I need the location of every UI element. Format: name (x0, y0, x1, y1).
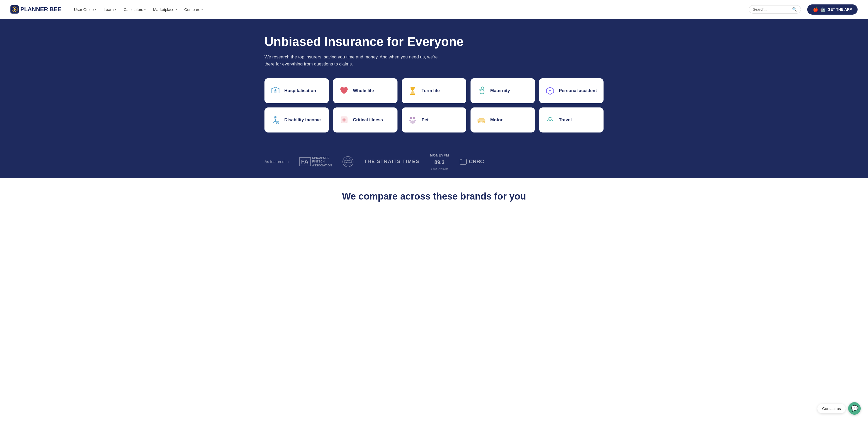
card-travel-label: Travel (559, 117, 572, 123)
featured-logos: FA SINGAPOREFINTECHASSOCIATION FINEST AW… (299, 153, 484, 170)
card-whole-life-label: Whole life (353, 88, 374, 93)
logo-award: FINEST AWARD (342, 156, 354, 168)
nav-marketplace[interactable]: Marketplace ▾ (150, 5, 180, 14)
get-app-label: GET THE APP (828, 7, 852, 11)
card-travel[interactable]: Travel (539, 108, 603, 132)
motor-icon (476, 115, 487, 125)
chevron-down-icon: ▾ (95, 8, 96, 11)
svg-point-13 (274, 116, 276, 118)
card-motor-label: Motor (490, 117, 503, 123)
featured-label: As featured in (265, 159, 289, 164)
card-critical-illness-label: Critical illness (353, 117, 383, 123)
nav-learn[interactable]: Learn ▾ (100, 5, 119, 14)
card-motor[interactable]: Motor (470, 108, 535, 132)
chevron-down-icon: ▾ (202, 8, 203, 11)
svg-point-22 (414, 120, 416, 121)
svg-point-29 (479, 122, 480, 123)
logo[interactable]: PLANNERBEE (10, 5, 62, 13)
logo-straits-times: THE STRAITS TIMES (364, 159, 420, 164)
logo-planner-text: PLANNER (20, 6, 48, 13)
svg-point-23 (410, 120, 415, 124)
logo-bee-text: BEE (50, 6, 61, 13)
disability-icon (270, 115, 281, 125)
svg-point-10 (481, 87, 484, 89)
cnbc-text: CNBC (469, 158, 484, 164)
moneyfm-number: 89.3 (435, 159, 445, 165)
svg-text:AWARD: AWARD (345, 161, 351, 163)
svg-point-21 (409, 120, 411, 121)
card-maternity-label: Maternity (490, 88, 510, 93)
card-hospitalisation-label: Hospitalisation (284, 88, 316, 93)
card-pet[interactable]: Pet (402, 108, 466, 132)
straits-times-text: THE STRAITS TIMES (364, 159, 420, 164)
sfa-text: SINGAPOREFINTECHASSOCIATION (312, 156, 332, 167)
svg-point-2 (13, 8, 16, 10)
android-icon: 🤖 (820, 7, 826, 12)
chevron-down-icon: ▾ (115, 8, 116, 11)
logo-cnbc: CNBC (460, 158, 484, 165)
svg-text:Y: Y (549, 89, 551, 93)
search-icon: 🔍 (792, 7, 797, 12)
apple-icon: 🍎 (813, 7, 818, 12)
nav-calculators[interactable]: Calculators ▾ (121, 5, 149, 14)
svg-point-30 (483, 122, 484, 123)
hero-subtext: We research the top insurers, saving you… (265, 54, 442, 67)
svg-text:FINEST: FINEST (345, 159, 351, 161)
card-disability-income[interactable]: Disability income (265, 108, 329, 132)
get-app-button[interactable]: 🍎 🤖 GET THE APP (807, 4, 858, 14)
hourglass-icon (407, 86, 418, 96)
card-hospitalisation[interactable]: Hospitalisation (265, 78, 329, 103)
card-disability-income-label: Disability income (284, 117, 321, 123)
travel-icon (545, 115, 555, 125)
svg-rect-26 (479, 118, 484, 119)
pet-icon (407, 115, 418, 125)
card-whole-life[interactable]: Whole life (333, 78, 398, 103)
nav-user-guide[interactable]: User Guide ▾ (71, 5, 100, 14)
hero-headline: Unbiased Insurance for Everyone (265, 34, 603, 49)
search-bar: 🔍 (749, 5, 801, 13)
svg-point-20 (413, 117, 415, 119)
maternity-icon (476, 86, 487, 96)
nav-links: User Guide ▾ Learn ▾ Calculators ▾ Marke… (71, 5, 749, 14)
bottom-heading: We compare across these brands for you (10, 191, 858, 202)
hospital-icon (270, 86, 281, 96)
card-personal-accident[interactable]: Y Personal accident (539, 78, 603, 103)
navbar: PLANNERBEE User Guide ▾ Learn ▾ Calculat… (0, 0, 868, 19)
logo-sfa: FA SINGAPOREFINTECHASSOCIATION (299, 156, 332, 167)
card-personal-accident-label: Personal accident (559, 88, 597, 93)
search-input[interactable] (753, 7, 790, 11)
featured-section: As featured in FA SINGAPOREFINTECHASSOCI… (0, 146, 868, 178)
svg-point-19 (410, 117, 412, 119)
bottom-section: We compare across these brands for you (0, 178, 868, 210)
personal-accident-icon: Y (545, 86, 555, 96)
moneyfm-top: MONEYFM (430, 153, 449, 157)
critical-illness-icon (339, 115, 349, 125)
card-maternity[interactable]: Maternity (470, 78, 535, 103)
card-pet-label: Pet (422, 117, 428, 123)
insurance-grid: Hospitalisation Whole life (265, 78, 603, 132)
chevron-down-icon: ▾ (176, 8, 177, 11)
heart-icon (339, 86, 349, 96)
card-critical-illness[interactable]: Critical illness (333, 108, 398, 132)
moneyfm-sub: STAY AHEAD (431, 168, 448, 170)
nav-compare[interactable]: Compare ▾ (181, 5, 206, 14)
sfa-logo-icon: FA (299, 157, 311, 166)
logo-moneyfm: MONEYFM 89.3 STAY AHEAD (430, 153, 449, 170)
card-term-life-label: Term life (422, 88, 440, 93)
svg-point-11 (479, 89, 481, 91)
card-term-life[interactable]: Term life (402, 78, 466, 103)
chevron-down-icon: ▾ (144, 8, 146, 11)
hero-section: Unbiased Insurance for Everyone We resea… (0, 19, 868, 146)
